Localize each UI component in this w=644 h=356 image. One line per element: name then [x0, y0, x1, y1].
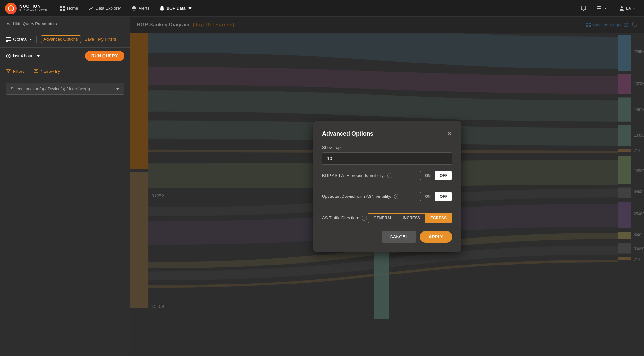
svg-rect-4 [63, 9, 65, 11]
direction-toggle[interactable]: GENERAL INGRESS EGRESS [368, 213, 452, 223]
svg-point-13 [621, 6, 623, 8]
user-icon [619, 5, 625, 11]
upstream-on[interactable]: ON [420, 192, 435, 201]
svg-rect-10 [597, 8, 599, 9]
chevron-down-icon-6 [116, 87, 120, 91]
svg-marker-21 [37, 55, 40, 57]
nav-home-label: Home [67, 6, 78, 11]
chevron-down-icon-2 [604, 7, 607, 10]
bgp-icon [159, 6, 165, 11]
narrow-icon [34, 69, 39, 74]
nav-home[interactable]: Home [55, 4, 83, 13]
svg-rect-1 [60, 6, 62, 8]
time-label: last 4 hours [13, 53, 34, 58]
run-query-btn[interactable]: RUN QUERY [85, 51, 124, 61]
top-navigation: NOCTION FLOW ANALYZER Home Data Explorer… [0, 0, 644, 17]
svg-rect-15 [6, 37, 11, 38]
svg-rect-16 [6, 39, 11, 39]
logo: NOCTION FLOW ANALYZER [5, 3, 48, 14]
clock-icon [6, 53, 11, 59]
chat-icon-btn[interactable] [578, 3, 589, 14]
octets-icon [6, 37, 11, 42]
user-initials: LA [626, 6, 631, 11]
my-filters-btn[interactable]: My Filters [98, 37, 116, 42]
show-top-field: Show Top: [322, 145, 452, 165]
nav-bgp-data[interactable]: BGP Data [155, 4, 197, 13]
logo-text: NOCTION FLOW ANALYZER [19, 4, 48, 12]
apply-button[interactable]: APPLY [420, 231, 452, 243]
user-btn[interactable]: LA [616, 4, 639, 13]
main-layout: Hide Query Parameters Octets Advanced Op… [0, 17, 644, 356]
svg-marker-7 [188, 7, 192, 9]
svg-rect-17 [6, 40, 11, 41]
upstream-info-icon[interactable]: i [394, 194, 399, 199]
upstream-label: Upstream/Downstream ASN visibility: i [322, 194, 399, 199]
svg-rect-8 [597, 6, 599, 7]
cancel-button[interactable]: CANCEL [382, 231, 416, 243]
grid-settings-btn[interactable] [594, 4, 610, 13]
direction-row: AS Traffic Direction: i GENERAL INGRESS … [322, 213, 452, 223]
hide-query-params-btn[interactable]: Hide Query Parameters [0, 17, 130, 31]
svg-rect-18 [6, 41, 8, 42]
left-panel: Hide Query Parameters Octets Advanced Op… [0, 17, 130, 356]
svg-marker-14 [633, 8, 635, 9]
direction-info-icon[interactable]: i [362, 216, 367, 221]
bgp-prepend-info-icon[interactable]: i [387, 173, 392, 178]
direction-general[interactable]: GENERAL [368, 214, 398, 223]
nav-data-explorer[interactable]: Data Explorer [84, 4, 126, 13]
svg-rect-11 [599, 8, 601, 9]
upstream-toggle[interactable]: ON OFF [420, 192, 452, 201]
bgp-prepend-label: BGP AS-PATH prepends visibility: i [322, 173, 392, 178]
logo-sub: FLOW ANALYZER [19, 9, 48, 12]
grid-settings-icon [597, 5, 603, 11]
bgp-prepend-toggle[interactable]: ON OFF [420, 171, 452, 180]
filter-separator: | [28, 68, 29, 74]
nav-bgp-label: BGP Data [167, 6, 185, 11]
show-top-input[interactable] [322, 152, 452, 165]
save-btn[interactable]: Save [85, 37, 94, 42]
narrow-by-btn[interactable]: Narrow By [34, 69, 60, 74]
direction-label: AS Traffic Direction: i [322, 216, 367, 221]
advanced-options-btn[interactable]: Advanced Options [41, 35, 81, 43]
nav-items: Home Data Explorer Alerts BGP Data [55, 4, 197, 13]
filters-label: Filters [13, 69, 24, 74]
right-content: BGP Sankey Diagram [Top 10 | Egress] Sav… [130, 17, 644, 356]
advanced-options-modal: Advanced Options ✕ Show Top: BGP AS-PATH… [313, 121, 461, 252]
svg-rect-9 [599, 6, 601, 7]
filter-row: Filters | Narrow By [0, 64, 130, 78]
panel-controls: Octets Advanced Options Save My Filters [0, 31, 130, 48]
chevron-down-icon-3 [632, 7, 636, 10]
svg-marker-12 [605, 8, 607, 9]
narrow-by-label: Narrow By [41, 69, 60, 74]
bgp-prepend-on[interactable]: ON [420, 171, 435, 180]
chart-icon [89, 6, 94, 11]
modal-footer: CANCEL APPLY [322, 231, 452, 243]
chevron-down-icon-5 [36, 54, 40, 58]
modal-title: Advanced Options [322, 130, 373, 137]
chevron-down-icon-4 [29, 37, 33, 41]
upstream-row: Upstream/Downstream ASN visibility: i ON… [322, 192, 452, 207]
time-range-btn[interactable]: last 4 hours [6, 53, 40, 59]
location-placeholder: Select Location(s) / Device(s) / Interfa… [11, 86, 90, 91]
chevron-down-icon [187, 6, 193, 11]
svg-marker-19 [29, 39, 32, 40]
octets-dropdown-btn[interactable]: Octets [6, 36, 33, 42]
filters-btn[interactable]: Filters [6, 69, 24, 74]
nav-right: LA [578, 3, 639, 14]
divider [36, 36, 37, 43]
bgp-prepend-row: BGP AS-PATH prepends visibility: i ON OF… [322, 171, 452, 186]
location-select[interactable]: Select Location(s) / Device(s) / Interfa… [6, 83, 124, 95]
chat-icon [581, 5, 586, 11]
bgp-prepend-off[interactable]: OFF [435, 171, 452, 180]
nav-data-explorer-label: Data Explorer [96, 6, 121, 11]
direction-egress[interactable]: EGRESS [425, 214, 452, 223]
nav-alerts-label: Alerts [139, 6, 149, 11]
chevron-left-double-icon [6, 22, 10, 26]
upstream-off[interactable]: OFF [435, 192, 452, 201]
modal-overlay: Advanced Options ✕ Show Top: BGP AS-PATH… [130, 17, 644, 356]
time-row: last 4 hours RUN QUERY [0, 48, 130, 64]
svg-rect-3 [60, 9, 62, 11]
nav-alerts[interactable]: Alerts [127, 4, 154, 13]
modal-close-btn[interactable]: ✕ [447, 130, 452, 137]
direction-ingress[interactable]: INGRESS [398, 214, 425, 223]
